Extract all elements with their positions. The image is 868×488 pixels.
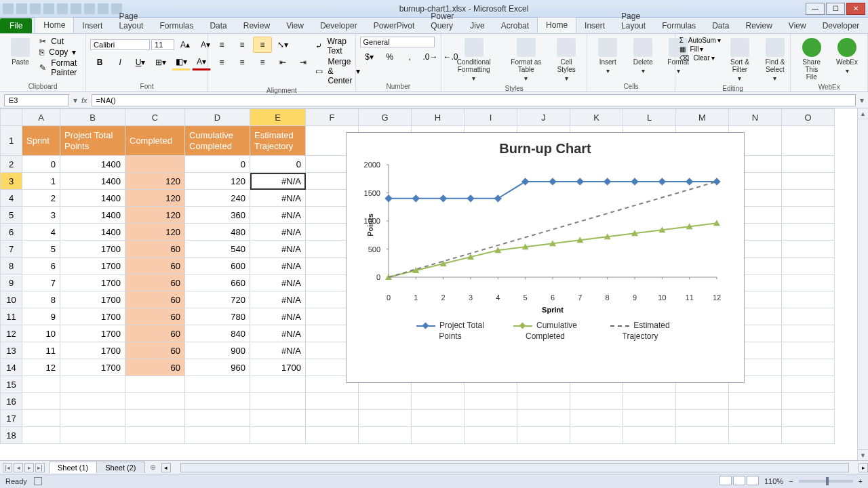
save-icon[interactable]	[16, 3, 27, 14]
tab-insert[interactable]: Insert	[576, 18, 613, 33]
cell[interactable]	[517, 427, 570, 444]
cell-C4[interactable]: 120	[125, 190, 185, 207]
cell[interactable]	[250, 376, 306, 393]
cell-D7[interactable]: 540	[185, 241, 250, 258]
cell-D11[interactable]: 780	[185, 308, 250, 325]
cell[interactable]	[250, 427, 306, 444]
cell-B10[interactable]: 1700	[60, 291, 125, 308]
cell-E4[interactable]: #N/A	[250, 190, 306, 207]
cell[interactable]	[782, 274, 835, 291]
redo-icon[interactable]	[43, 3, 54, 14]
row-header-17[interactable]: 17	[1, 410, 22, 427]
cell[interactable]	[465, 427, 517, 444]
qat-icon[interactable]	[71, 3, 81, 14]
increase-indent-icon[interactable]: ⇥	[294, 54, 313, 70]
cell[interactable]	[729, 393, 782, 410]
cell-A7[interactable]: 5	[22, 241, 60, 258]
cell-E14[interactable]: 1700	[250, 359, 306, 376]
tab-insert[interactable]: Insert	[74, 18, 111, 33]
cell-D10[interactable]: 720	[185, 291, 250, 308]
cell-C11[interactable]: 60	[125, 308, 185, 325]
cell-B6[interactable]: 1400	[60, 224, 125, 241]
cell[interactable]	[306, 393, 359, 410]
cell[interactable]	[125, 376, 185, 393]
cell-A8[interactable]: 6	[22, 258, 60, 274]
cell-E13[interactable]: #N/A	[250, 342, 306, 359]
column-header-I[interactable]: I	[465, 109, 517, 126]
column-header-G[interactable]: G	[359, 109, 412, 126]
row-header-9[interactable]: 9	[1, 274, 22, 291]
cell-B9[interactable]: 1700	[60, 274, 125, 291]
cell-B2[interactable]: 1400	[60, 156, 125, 173]
tab-review[interactable]: Review	[738, 18, 781, 33]
cell[interactable]	[782, 173, 835, 190]
cell[interactable]	[250, 410, 306, 427]
align-bottom-icon[interactable]: ≡	[253, 37, 272, 53]
cell[interactable]	[185, 393, 250, 410]
font-name-select[interactable]	[90, 39, 150, 50]
cell-B14[interactable]: 1700	[60, 359, 125, 376]
cell[interactable]	[782, 376, 835, 393]
cell-D12[interactable]: 840	[185, 325, 250, 342]
row-header-14[interactable]: 14	[1, 359, 22, 376]
cell-A2[interactable]: 0	[22, 156, 60, 173]
hscroll-right-icon[interactable]: ▸	[859, 463, 868, 472]
cell[interactable]	[729, 410, 782, 427]
close-button[interactable]: ✕	[846, 3, 865, 15]
row-header-12[interactable]: 12	[1, 325, 22, 342]
find-select-button[interactable]: Find & Select▾	[759, 37, 791, 83]
cell-C2[interactable]	[125, 156, 185, 173]
column-header-L[interactable]: L	[623, 109, 676, 126]
cell-C6[interactable]: 120	[125, 224, 185, 241]
qat-icon[interactable]	[98, 3, 108, 14]
table-header-cell[interactable]: Estimated Trajectory	[250, 126, 306, 156]
cell-E6[interactable]: #N/A	[250, 224, 306, 241]
row-header-4[interactable]: 4	[1, 190, 22, 207]
formula-expand-icon[interactable]: ▾	[860, 96, 864, 105]
cell[interactable]	[782, 291, 835, 308]
cell[interactable]	[359, 393, 412, 410]
cell[interactable]	[782, 308, 835, 325]
cell-E10[interactable]: #N/A	[250, 291, 306, 308]
tab-developer[interactable]: Developer	[814, 18, 868, 33]
zoom-slider[interactable]	[799, 480, 853, 483]
horizontal-scrollbar[interactable]: ◂ ▸	[161, 463, 869, 472]
fill-button[interactable]: Fill	[690, 45, 699, 53]
tab-home[interactable]: Home	[537, 17, 576, 33]
cell[interactable]	[412, 410, 465, 427]
number-format-select[interactable]	[360, 37, 435, 47]
cell[interactable]	[782, 427, 835, 444]
column-header-M[interactable]: M	[676, 109, 729, 126]
tab-powerpivot[interactable]: PowerPivot	[366, 18, 423, 33]
row-header-7[interactable]: 7	[1, 241, 22, 258]
table-header-cell[interactable]: Project Total Points	[60, 126, 125, 156]
cell[interactable]	[22, 427, 60, 444]
table-header-cell[interactable]: Cumulative Completed	[185, 126, 250, 156]
row-header-8[interactable]: 8	[1, 258, 22, 274]
cell[interactable]	[782, 156, 835, 173]
cell[interactable]	[412, 393, 465, 410]
cell-B5[interactable]: 1400	[60, 207, 125, 224]
cell[interactable]	[570, 410, 623, 427]
percent-icon[interactable]: %	[380, 49, 399, 65]
cell-A12[interactable]: 10	[22, 325, 60, 342]
tab-power-query[interactable]: Power Query	[422, 9, 462, 33]
cell[interactable]	[125, 410, 185, 427]
view-buttons[interactable]	[718, 476, 759, 487]
tab-jive[interactable]: Jive	[462, 18, 492, 33]
name-box[interactable]	[4, 94, 69, 106]
webex-button[interactable]: WebEx▾	[831, 37, 863, 76]
delete-cells-button[interactable]: Delete▾	[627, 37, 659, 76]
cell-D13[interactable]: 900	[185, 342, 250, 359]
cell-D14[interactable]: 960	[185, 359, 250, 376]
row-header-3[interactable]: 3	[1, 173, 22, 190]
cell-D2[interactable]: 0	[185, 156, 250, 173]
cell[interactable]	[782, 258, 835, 274]
qat-icon[interactable]	[57, 3, 68, 14]
row-header-2[interactable]: 2	[1, 156, 22, 173]
cell[interactable]	[412, 427, 465, 444]
cell[interactable]	[359, 410, 412, 427]
cell-A10[interactable]: 8	[22, 291, 60, 308]
column-header-C[interactable]: C	[125, 109, 185, 126]
cell-A5[interactable]: 3	[22, 207, 60, 224]
